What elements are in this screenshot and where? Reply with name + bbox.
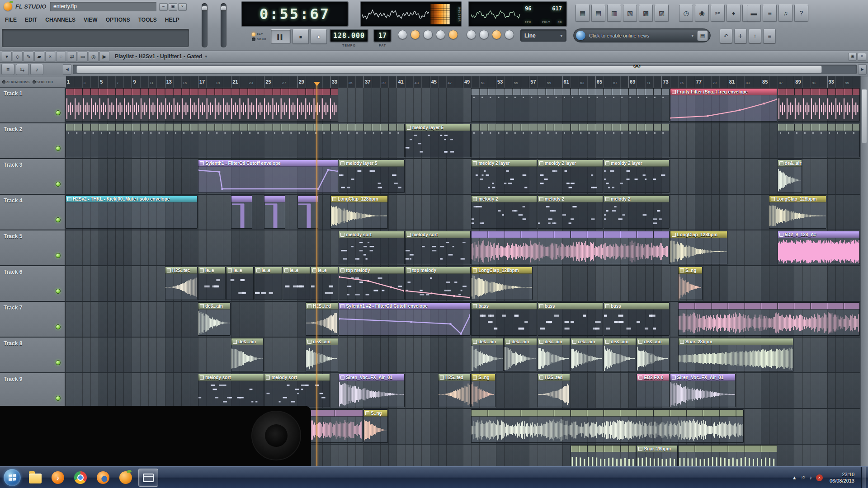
playlist-close-button[interactable]: × bbox=[858, 53, 866, 61]
stretch-toggle[interactable]: STRETCH bbox=[33, 80, 53, 84]
track-name-panel[interactable]: Track 4 bbox=[0, 195, 66, 230]
typing-keyboard-led[interactable] bbox=[398, 30, 407, 39]
playlist-clip[interactable]: melody sort bbox=[405, 231, 471, 264]
playback-tool-icon[interactable]: ▶ bbox=[99, 52, 109, 61]
pat-mode-led[interactable] bbox=[252, 33, 255, 36]
playlist-clip[interactable]: Sylenth1 #2 - FilterCtl Cutoff envelope bbox=[339, 302, 471, 336]
mute-tool-icon[interactable]: ◌ bbox=[56, 52, 66, 61]
track-name-panel[interactable]: Track 6 bbox=[0, 266, 66, 301]
explorer-icon[interactable] bbox=[25, 469, 45, 487]
track-enable-led[interactable] bbox=[56, 217, 61, 222]
playlist-clip[interactable] bbox=[471, 231, 669, 264]
playlist-clip[interactable]: LongClap_128bpm bbox=[471, 267, 533, 300]
playlist-clip[interactable]: meoldy 2 layer bbox=[471, 160, 537, 193]
window-maximize-button[interactable]: ▣ bbox=[169, 3, 177, 11]
playlist-clip[interactable]: LongClap_128bpm bbox=[769, 195, 826, 229]
horizontal-scrollbar[interactable] bbox=[73, 65, 857, 74]
timeline-bar-label[interactable]: 5 bbox=[100, 79, 103, 84]
playlist-clip[interactable]: H2Sv2 - THKL - Kick[00..Mute / solo enve… bbox=[66, 195, 198, 229]
play-pause-button[interactable]: ▌▌ bbox=[271, 29, 291, 44]
playlist-clip[interactable]: H2S..ted bbox=[438, 374, 471, 407]
timeline-bar-label[interactable]: 25 bbox=[265, 79, 271, 84]
playlist-clip[interactable]: 5D2_9_128_A# bbox=[778, 231, 860, 264]
scroll-right-button[interactable]: ▶ bbox=[858, 64, 867, 75]
timeline-bar-label[interactable]: 81 bbox=[729, 79, 735, 84]
news-bar[interactable]: Click to enable online news ▾ ▤ bbox=[573, 28, 711, 42]
menu-edit[interactable]: EDIT bbox=[21, 15, 41, 25]
pattern-display[interactable]: 17 bbox=[373, 29, 392, 42]
playlist-clip[interactable]: de&..ain bbox=[538, 338, 570, 371]
track-enable-led[interactable] bbox=[56, 110, 61, 115]
tab-controls-icon[interactable]: ⇆ bbox=[16, 64, 29, 75]
timeline-bar-label[interactable]: 41 bbox=[398, 79, 403, 84]
playlist-clip[interactable]: melody 2 bbox=[604, 195, 670, 229]
playlist-clip[interactable] bbox=[471, 409, 744, 443]
timeline-bar-label[interactable]: 29 bbox=[299, 79, 304, 84]
timeline-bar-label[interactable]: 45 bbox=[431, 79, 437, 84]
master-pitch-slider[interactable] bbox=[221, 3, 226, 47]
track-lane[interactable]: de&..ainde&..ainde&..ainde&..ainde&..ain… bbox=[66, 338, 860, 372]
playlist-clip[interactable]: LongClap_128bpm bbox=[670, 231, 727, 264]
tray-expand-icon[interactable]: ▲ bbox=[792, 475, 797, 480]
piano-roll-icon[interactable]: ▥ bbox=[607, 5, 621, 22]
playlist-clip[interactable] bbox=[678, 302, 860, 336]
script-icon[interactable]: ≡ bbox=[763, 5, 777, 22]
playlist-clip[interactable] bbox=[264, 195, 285, 229]
timeline-bar-label[interactable]: 17 bbox=[199, 79, 205, 84]
track-name-panel[interactable]: Track 1 bbox=[0, 88, 66, 122]
chevron-down-icon[interactable]: ▾ bbox=[205, 54, 207, 59]
playlist-clip[interactable] bbox=[571, 445, 637, 466]
playlist-clip[interactable]: melody sort bbox=[264, 374, 330, 407]
timeline-bar-label[interactable]: 53 bbox=[497, 79, 503, 84]
playlist-clip[interactable]: de&..ain bbox=[198, 302, 231, 336]
playhead-marker[interactable] bbox=[314, 82, 320, 86]
timeline-bar-label[interactable]: 89 bbox=[795, 79, 801, 84]
timeline-bar-label[interactable]: 93 bbox=[829, 79, 834, 84]
timeline-bar-label[interactable]: 65 bbox=[597, 79, 602, 84]
tempo-display[interactable]: 128.000 bbox=[330, 29, 368, 42]
paint-tool-icon[interactable]: ▰ bbox=[34, 52, 44, 61]
playlist-clip[interactable]: Siren_Voc..FX_Air_01 bbox=[339, 374, 405, 407]
stop-button[interactable]: ■ bbox=[292, 29, 309, 44]
active-window-icon[interactable] bbox=[138, 469, 158, 487]
playlist-clip[interactable]: Snar..28bpm bbox=[637, 445, 678, 466]
playlist-clip[interactable]: Fruity Filter (Sna..f freq envelope bbox=[670, 88, 777, 122]
time-display[interactable]: 0:55:67 bbox=[241, 1, 349, 27]
playlist-clip[interactable]: bass bbox=[604, 302, 670, 336]
song-mode-led[interactable] bbox=[252, 38, 255, 41]
step-edit-led[interactable] bbox=[467, 30, 476, 39]
playlist-clip[interactable]: top melody bbox=[339, 267, 405, 300]
playlist-clip[interactable]: de&..ain bbox=[231, 338, 264, 371]
playlist-clip[interactable] bbox=[678, 445, 777, 466]
track-lane[interactable]: H2Sv2 - THKL - Kick[00..Mute / solo enve… bbox=[66, 195, 860, 230]
track-lane[interactable]: melody sortmelody sortSiren_Voc..FX_Air_… bbox=[66, 373, 860, 408]
playlist-clip[interactable]: de&..ain bbox=[778, 160, 802, 193]
playlist-clip[interactable]: S..ng bbox=[678, 267, 703, 300]
playlist-clip[interactable]: le..e bbox=[311, 267, 338, 300]
menu-file[interactable]: FILE bbox=[1, 15, 21, 25]
timeline-bar-label[interactable]: 77 bbox=[696, 79, 702, 84]
track-lane[interactable]: de&..ainH2S..tedSylenth1 #2 - FilterCtl … bbox=[66, 302, 860, 337]
track-lane[interactable]: H2S..tecle..ele..ele..ele..ele..etop mel… bbox=[66, 266, 860, 301]
clock-icon[interactable]: ◷ bbox=[679, 5, 693, 22]
track-enable-led[interactable] bbox=[56, 289, 61, 294]
taskbar-clock[interactable]: 23:10 06/08/2013 bbox=[830, 471, 854, 484]
playlist-clip[interactable]: de&..ain bbox=[637, 338, 669, 371]
playlist-clip[interactable]: H2S..tec bbox=[165, 267, 198, 300]
tray-flag-icon[interactable]: ⚐ bbox=[801, 475, 806, 481]
playlist-clip[interactable]: melody sort bbox=[198, 374, 264, 407]
playlist-clip[interactable]: meoldy 2 layer bbox=[538, 160, 604, 193]
playlist-clip[interactable] bbox=[66, 124, 405, 157]
track-enable-led[interactable] bbox=[56, 182, 61, 187]
playlist-clip[interactable] bbox=[778, 88, 860, 122]
note-blend-led[interactable] bbox=[505, 30, 514, 39]
playlist-clip[interactable]: le..e bbox=[198, 267, 226, 300]
playlist-clip[interactable]: LongClap_128bpm bbox=[330, 195, 388, 229]
track-name-panel[interactable]: Track 7 bbox=[0, 302, 66, 337]
track-name-panel[interactable]: Track 3 bbox=[0, 159, 66, 194]
vertical-scrollbar[interactable] bbox=[860, 76, 868, 466]
playlist-clip[interactable]: bass bbox=[471, 302, 537, 336]
plugin-add-icon[interactable]: + bbox=[749, 29, 761, 43]
track-lane[interactable]: Fruity Filter (Sna..f freq envelope bbox=[66, 88, 860, 122]
draw-tool-icon[interactable]: ✎ bbox=[24, 52, 33, 61]
